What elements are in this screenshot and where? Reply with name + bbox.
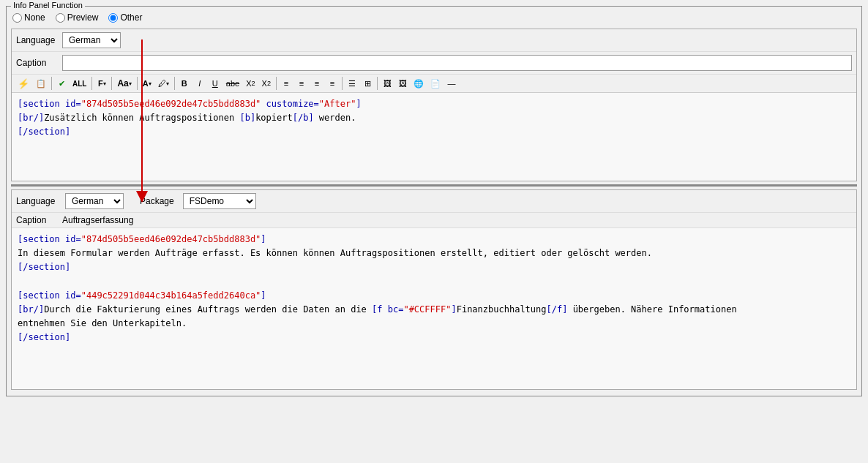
- toolbar-sep2: [91, 77, 92, 90]
- radio-other-label[interactable]: Other: [108, 12, 142, 23]
- toolbar-highlight-btn[interactable]: 🖊▾: [155, 76, 172, 91]
- caption-row-bottom: Caption Auftragserfassung: [12, 213, 856, 228]
- caption-row-top: Caption: [12, 52, 856, 75]
- code-line-2: [br/]Zusätzlich können Auftragspositione…: [18, 111, 850, 125]
- radio-preview[interactable]: [56, 13, 65, 23]
- toolbar-italic-btn[interactable]: I: [192, 76, 207, 91]
- toolbar-underline-btn[interactable]: U: [208, 76, 222, 91]
- radio-preview-label[interactable]: Preview: [56, 12, 99, 23]
- toolbar-list-btn[interactable]: ☰: [345, 76, 359, 91]
- toolbar-sep4: [137, 77, 138, 90]
- toolbar-sep1: [51, 77, 52, 90]
- code-block-2: [section id="449c52291d044c34b164a5fedd2…: [18, 289, 850, 345]
- toolbar-sep6: [276, 77, 277, 90]
- caption-label-bottom: Caption: [16, 215, 56, 225]
- radio-preview-text: Preview: [67, 12, 99, 23]
- code-bottom-line-3: [/section]: [18, 260, 850, 274]
- language-label-bottom: Language: [16, 196, 56, 206]
- toolbar-sep7: [342, 77, 343, 90]
- toolbar-align-left-btn[interactable]: ≡: [279, 76, 293, 91]
- radio-none[interactable]: [12, 13, 22, 23]
- language-select-top[interactable]: German: [62, 32, 121, 48]
- top-editor-section: Language German Caption ⚡ 📋 ✔ ALL F▾: [11, 29, 857, 181]
- radio-other[interactable]: [108, 13, 118, 23]
- info-panel-function: Info Panel Function None Preview Other L…: [0, 0, 868, 402]
- code-bottom-line-1: [section id="874d505b5eed46e092de47cb5bd…: [18, 233, 850, 246]
- radio-group: None Preview Other: [7, 7, 861, 26]
- toolbar-table-btn[interactable]: ⊞: [360, 76, 375, 91]
- editor-toolbar-top: ⚡ 📋 ✔ ALL F▾ Aa▾ A▾ 🖊▾ B I U abe X2 X2: [12, 75, 856, 93]
- radio-none-text: None: [24, 12, 45, 23]
- toolbar-check-btn[interactable]: ✔: [54, 76, 69, 91]
- toolbar-sub-btn[interactable]: X2: [243, 76, 258, 91]
- toolbar-link-btn[interactable]: 🌐: [411, 76, 427, 91]
- radio-other-text: Other: [120, 12, 142, 23]
- toolbar-sep5: [174, 77, 175, 90]
- toolbar-doc-btn[interactable]: 📄: [427, 76, 444, 91]
- toolbar-img1-btn[interactable]: 🖼: [380, 76, 394, 91]
- code-bottom-line-7: [/section]: [18, 331, 850, 345]
- code-bottom-line-4: [section id="449c52291d044c34b164a5fedd2…: [18, 289, 850, 303]
- code-bottom-line-6: entnehmen Sie den Unterkapiteln.: [18, 317, 850, 331]
- toolbar-align-right-btn[interactable]: ≡: [310, 76, 324, 91]
- code-area-top: [section id="874d505b5eed46e092de47cb5bd…: [12, 93, 856, 181]
- toolbar-all-btn[interactable]: ALL: [70, 76, 89, 91]
- toolbar-bold-btn[interactable]: B: [177, 76, 192, 91]
- caption-input-top[interactable]: [62, 55, 852, 71]
- panel-border: Info Panel Function None Preview Other L…: [6, 6, 862, 396]
- toolbar-strike-btn[interactable]: abe: [223, 76, 242, 91]
- language-package-row: Language German Package FSDemo: [12, 190, 856, 213]
- toolbar-font-btn[interactable]: F▾: [94, 76, 109, 91]
- code-bottom-line-2: In diesem Formular werden Aufträge erfas…: [18, 246, 850, 260]
- package-select[interactable]: FSDemo: [183, 193, 256, 209]
- panel-title: Info Panel Function: [11, 1, 85, 10]
- code-line-3: [/section]: [18, 125, 850, 139]
- toolbar-fontsize-btn[interactable]: Aa▾: [114, 76, 134, 91]
- toolbar-sep3: [111, 77, 112, 90]
- code-line-1: [section id="874d505b5eed46e092de47cb5bd…: [18, 97, 850, 111]
- toolbar-special-btn[interactable]: ⚡: [15, 76, 32, 91]
- language-row-top: Language German: [12, 29, 856, 52]
- toolbar-img2-btn[interactable]: 🖼: [395, 76, 410, 91]
- toolbar-copy-btn[interactable]: 📋: [33, 76, 49, 91]
- language-label-top: Language: [16, 35, 56, 45]
- caption-label-top: Caption: [16, 58, 56, 68]
- toolbar-fontcolor-btn[interactable]: A▾: [140, 76, 154, 91]
- caption-value-bottom: Auftragserfassung: [62, 215, 133, 225]
- toolbar-sup-btn[interactable]: X2: [259, 76, 274, 91]
- bottom-editor-section: Language German Package FSDemo Caption A…: [11, 189, 857, 390]
- toolbar-hr-btn[interactable]: —: [444, 76, 459, 91]
- toolbar-sep8: [377, 77, 378, 90]
- package-label: Package: [140, 196, 174, 206]
- radio-none-label[interactable]: None: [12, 12, 45, 23]
- section-divider: [11, 184, 857, 187]
- code-block-1: [section id="874d505b5eed46e092de47cb5bd…: [18, 233, 850, 275]
- language-select-bottom[interactable]: German: [65, 193, 124, 209]
- code-bottom-line-5: [br/]Durch die Fakturierung eines Auftra…: [18, 303, 850, 317]
- toolbar-align-center-btn[interactable]: ≡: [294, 76, 309, 91]
- toolbar-align-justify-btn[interactable]: ≡: [325, 76, 340, 91]
- code-area-bottom: [section id="874d505b5eed46e092de47cb5bd…: [12, 228, 856, 389]
